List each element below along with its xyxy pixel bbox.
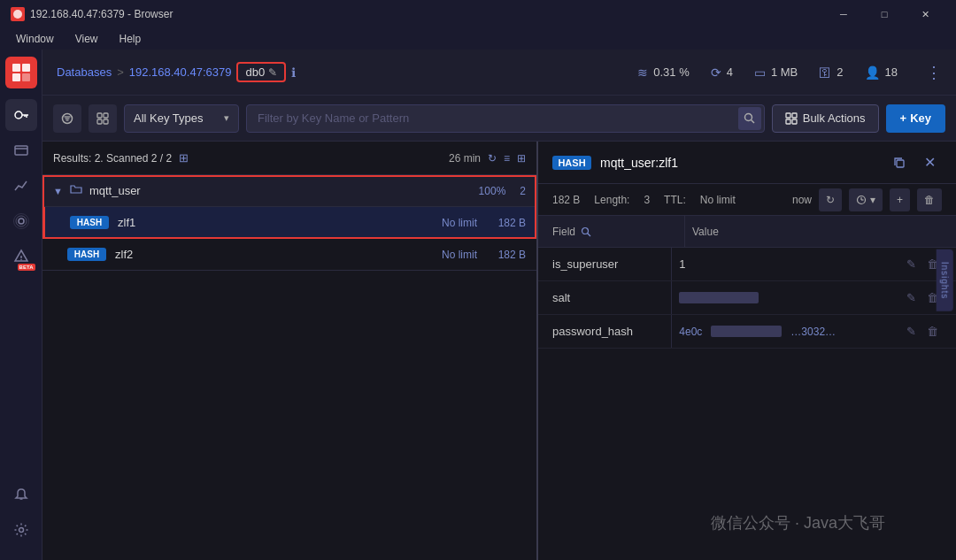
key-ttl-0: No limit: [415, 217, 477, 229]
svg-rect-24: [104, 113, 108, 118]
detail-length-value: 3: [644, 194, 650, 206]
svg-rect-9: [15, 146, 27, 155]
insights-tab[interactable]: Insights: [936, 249, 952, 311]
svg-rect-33: [897, 160, 904, 167]
meta-add-field-button[interactable]: +: [890, 188, 910, 211]
refresh-icon[interactable]: ↻: [488, 152, 497, 165]
menu-view[interactable]: View: [66, 31, 107, 47]
app-icon: [11, 7, 25, 21]
field-edit-button-0[interactable]: ✎: [903, 256, 920, 272]
search-button[interactable]: [738, 107, 761, 130]
field-table: Field Value is_superuser: [538, 216, 956, 560]
bulk-actions-label: Bulk Actions: [803, 111, 866, 125]
sidebar-item-analytics[interactable]: [5, 170, 37, 202]
app-logo: [5, 57, 37, 88]
sidebar-item-keys[interactable]: [5, 99, 37, 131]
close-button[interactable]: ✕: [905, 0, 945, 28]
maximize-button[interactable]: □: [864, 0, 905, 28]
field-edit-button-2[interactable]: ✎: [903, 323, 920, 340]
svg-point-18: [19, 528, 23, 533]
folder-icon: [70, 183, 82, 199]
beta-label: BETA: [18, 264, 35, 271]
detail-type-badge: HASH: [552, 156, 591, 170]
breadcrumb: Databases > 192.168.40.47:6379 db0 ✎ ℹ: [57, 62, 296, 82]
header-more-button[interactable]: ⋮: [926, 63, 942, 82]
group-percent: 100%: [479, 185, 506, 197]
detail-ttl-label: TTL:: [664, 194, 686, 206]
group-count: 2: [520, 185, 526, 197]
field-edit-button-1[interactable]: ✎: [903, 289, 920, 306]
key-type-dropdown[interactable]: All Key Types ▾: [124, 104, 239, 133]
sidebar-item-settings[interactable]: [5, 514, 37, 546]
key-name-0: zlf1: [118, 216, 406, 229]
layout-toggle[interactable]: ≡: [504, 152, 510, 165]
sidebar-item-notifications[interactable]: [5, 479, 37, 510]
key-size-1: 182 B: [486, 249, 526, 261]
header-stats: ≋ 0.31 % ⟳ 4 ▭ 1 MB ⚿ 2 👤 18: [637, 63, 942, 82]
svg-line-38: [588, 233, 591, 236]
value-column-header: Value: [692, 226, 942, 238]
add-key-icon: +: [900, 111, 907, 125]
menu-help[interactable]: Help: [110, 31, 150, 47]
sidebar-item-pubsub[interactable]: [5, 205, 37, 237]
key-type-label: All Key Types: [134, 111, 204, 125]
bulk-actions-button[interactable]: Bulk Actions: [772, 104, 879, 133]
field-row-2[interactable]: password_hash 4e0c …3032… ✎ 🗑: [538, 315, 956, 349]
svg-line-28: [752, 120, 755, 124]
filter-icon-button[interactable]: [53, 104, 81, 133]
stat-cpu: ≋ 0.31 %: [637, 65, 689, 80]
sidebar-item-browser[interactable]: [5, 134, 37, 166]
results-text: Results: 2. Scanned 2 / 2: [53, 152, 172, 165]
stat-users: 👤 18: [865, 65, 898, 80]
meta-delete-button[interactable]: 🗑: [917, 188, 942, 211]
field-column-header: Field: [552, 226, 677, 238]
svg-point-27: [745, 114, 752, 121]
field-value-0: 1: [679, 257, 903, 271]
breadcrumb-databases-link[interactable]: Databases: [57, 65, 112, 79]
group-right: 100% 2: [479, 185, 526, 197]
key-list-header-right: 26 min ↻ ≡ ⊞: [449, 152, 526, 165]
field-row-actions-2: ✎ 🗑: [903, 323, 942, 340]
breadcrumb-separator: >: [117, 65, 124, 79]
key-row-0[interactable]: HASH zlf1 No limit 182 B: [42, 207, 536, 239]
breadcrumb-db[interactable]: db0 ✎: [236, 62, 286, 82]
field-row-1[interactable]: salt ✎ 🗑: [538, 281, 956, 315]
sidebar: BETA: [0, 50, 42, 560]
cpu-value: 0.31 %: [653, 65, 689, 79]
meta-refresh-button[interactable]: ↻: [819, 188, 842, 211]
breadcrumb-host-link[interactable]: 192.168.40.47:6379: [129, 65, 232, 79]
edit-icon[interactable]: ✎: [268, 66, 277, 79]
sidebar-item-beta[interactable]: BETA: [5, 241, 37, 272]
field-divider-0: [671, 248, 672, 280]
toolbar: All Key Types ▾ Bulk Actions + Key: [42, 96, 956, 142]
key-type-arrow: ▾: [224, 112, 229, 124]
view-icon-button[interactable]: [89, 104, 117, 133]
key-type-badge-1: HASH: [67, 248, 106, 261]
svg-rect-30: [792, 113, 797, 118]
grid-toggle[interactable]: ⊞: [517, 152, 526, 165]
info-icon[interactable]: ℹ: [291, 65, 296, 80]
group-row[interactable]: ▼ mqtt_user 100% 2: [42, 175, 536, 207]
add-key-label: Key: [910, 111, 931, 125]
field-table-header: Field Value: [538, 216, 956, 248]
detail-copy-button[interactable]: [887, 150, 912, 175]
export-icon[interactable]: ⊞: [179, 151, 189, 165]
keys-icon: ⚿: [819, 65, 831, 80]
minimize-button[interactable]: ─: [823, 0, 864, 28]
key-row-1[interactable]: HASH zlf2 No limit 182 B: [42, 239, 536, 271]
stat-connections: ⟳ 4: [711, 65, 733, 80]
content-area: Databases > 192.168.40.47:6379 db0 ✎ ℹ ≋…: [42, 50, 956, 560]
detail-header-actions: ✕: [887, 150, 942, 175]
field-divider: [684, 216, 685, 247]
detail-close-button[interactable]: ✕: [917, 150, 942, 175]
search-input[interactable]: [246, 104, 765, 133]
add-key-button[interactable]: + Key: [886, 104, 945, 133]
field-delete-button-2[interactable]: 🗑: [923, 323, 942, 340]
field-row-0[interactable]: is_superuser 1 ✎ 🗑: [538, 248, 956, 281]
menu-window[interactable]: Window: [7, 31, 63, 47]
field-divider-2: [671, 315, 672, 348]
key-name-1: zlf2: [115, 248, 406, 261]
header-bar: Databases > 192.168.40.47:6379 db0 ✎ ℹ ≋…: [42, 50, 956, 96]
meta-ttl-button[interactable]: ▾: [849, 188, 883, 211]
detail-meta-actions: now ↻ ▾ + 🗑: [792, 188, 942, 211]
